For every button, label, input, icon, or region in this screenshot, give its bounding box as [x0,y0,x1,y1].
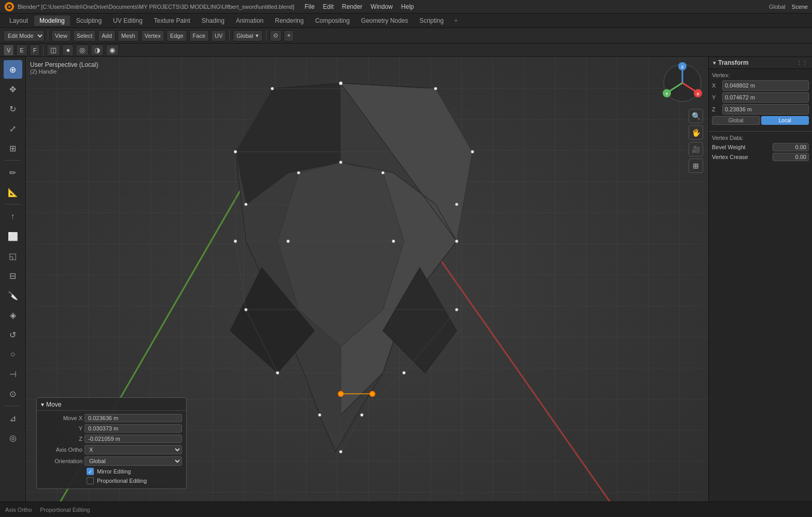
tab-uv-editing[interactable]: UV Editing [108,16,148,26]
move-z-row: Z [37,434,186,444]
snapping-button[interactable]: ⌖ [284,30,294,41]
transform-space-tabs: Global Local [712,116,809,125]
global-tab[interactable]: Global [712,116,760,125]
local-tab[interactable]: Local [761,116,809,125]
main-area: ⊕ ✥ ↻ ⤢ ⊞ ✏ 📐 ↑ ⬜ ◱ ⊟ 🔪 ◈ ↺ ○ ⊣ ⊙ ⊿ ◎ [0,57,812,515]
menu-help[interactable]: Help [397,2,418,11]
mirror-editing-checkbox[interactable]: ✓ [87,468,94,475]
axis-ortho-select[interactable]: X [85,445,182,454]
zoom-in-button[interactable]: 🔍 [689,109,703,123]
move-x-input[interactable] [85,414,182,422]
tab-modeling[interactable]: Modeling [34,16,70,26]
view-menu-button[interactable]: View [51,30,71,41]
vertex-menu-button[interactable]: Vertex [141,30,164,41]
vertex-x-input[interactable] [722,80,809,91]
shear-tool-icon[interactable]: ⊿ [4,409,22,427]
right-panel: ▾ Transform ⋮⋮ Vertex: X Y Z Global Loca… [708,57,812,515]
move-x-row: Move X [37,413,186,423]
zoom-out-button[interactable]: 🖐 [689,125,703,140]
window-title: Blender* [C:\Users\Dmitri\OneDrive\Docum… [18,4,294,10]
select-menu-button[interactable]: Select [73,30,96,41]
wire-view[interactable]: ◎ [76,45,89,56]
extrude-tool-icon[interactable]: ↑ [4,207,22,226]
orientation-select[interactable]: Global [85,456,182,466]
face-select-button[interactable]: F [30,45,40,56]
proportional-editing-checkbox[interactable] [87,477,94,484]
divider-4 [43,45,44,55]
viewport-3d[interactable]: User Perspective (Local) (2) Handle Z X [26,57,708,515]
knife-tool-icon[interactable]: 🔪 [4,286,22,305]
measure-tool-icon[interactable]: 📐 [4,183,22,202]
tab-shading[interactable]: Shading [197,16,230,26]
tab-rendering[interactable]: Rendering [270,16,309,26]
collapse-icon-right[interactable]: ▾ [713,60,716,66]
move-z-input[interactable] [85,435,182,443]
bevel-tool-icon[interactable]: ◱ [4,247,22,265]
transform-orientation-button[interactable]: Global ▼ [233,30,263,41]
divider-1 [48,31,48,41]
render-view[interactable]: ◉ [106,45,119,56]
scale-tool-icon[interactable]: ⤢ [4,119,22,138]
edge-select-button[interactable]: E [16,45,27,56]
vertex-y-label: Y [712,94,720,100]
uv-menu-button[interactable]: UV [211,30,226,41]
add-workspace-button[interactable]: + [450,16,462,26]
mirror-editing-row: ✓ Mirror Editing [37,467,186,476]
transform-orientation-label: Global [236,33,253,39]
ortho-button[interactable]: ⊞ [689,159,703,173]
inset-tool-icon[interactable]: ⬜ [4,227,22,246]
camera-button[interactable]: 🎥 [689,142,703,156]
shrink-tool-icon[interactable]: ⊙ [4,384,22,403]
menu-file[interactable]: File [300,2,318,11]
add-menu-button[interactable]: Add [98,30,116,41]
menu-render[interactable]: Render [338,2,367,11]
transform-tool-icon[interactable]: ⊞ [4,139,22,157]
vertex-y-input[interactable] [722,92,809,103]
move-y-input[interactable] [85,424,182,433]
nav-gizmo-svg: Z X Y [662,62,703,104]
move-x-label: Move X [41,415,82,421]
annotate-tool-icon[interactable]: ✏ [4,163,22,182]
transform-options-button[interactable]: ⋮⋮ [796,60,808,66]
axis-ortho-row: Axis Ortho X [37,444,186,455]
collapse-icon[interactable]: ▾ [41,401,44,408]
move-tool-icon[interactable]: ✥ [4,80,22,98]
loop-cut-tool-icon[interactable]: ⊟ [4,266,22,285]
tab-layout[interactable]: Layout [4,16,33,26]
tab-sculpting[interactable]: Sculpting [71,16,107,26]
mesh-menu-button[interactable]: Mesh [118,30,139,41]
xray-toggle[interactable]: ◫ [47,45,60,56]
mode-selector[interactable]: Edit Mode [3,30,45,41]
to-sphere-tool-icon[interactable]: ◎ [4,428,22,447]
face-menu-button[interactable]: Face [189,30,209,41]
chevron-down-icon: ▼ [255,33,259,38]
proportional-button[interactable]: ⊙ [270,30,282,41]
header-right-icons: Global Scene [769,4,808,10]
spin-tool-icon[interactable]: ↺ [4,325,22,344]
left-sidebar: ⊕ ✥ ↻ ⤢ ⊞ ✏ 📐 ↑ ⬜ ◱ ⊟ 🔪 ◈ ↺ ○ ⊣ ⊙ ⊿ ◎ [0,57,26,515]
axis-ortho-status: Axis Ortho [5,507,32,513]
tab-compositing[interactable]: Compositing [310,16,355,26]
rotate-tool-icon[interactable]: ↻ [4,99,22,118]
scene-label: Global [769,4,786,10]
nav-gizmo[interactable]: Z X Y [662,62,703,104]
menu-window[interactable]: Window [367,2,397,11]
cursor-tool-icon[interactable]: ⊕ [4,60,22,79]
edge-menu-button[interactable]: Edge [166,30,187,41]
mirror-editing-label: Mirror Editing [97,468,131,475]
bevel-weight-input[interactable] [773,143,809,151]
menu-edit[interactable]: Edit [319,2,338,11]
poly-build-tool-icon[interactable]: ◈ [4,306,22,324]
vertex-select-button[interactable]: V [3,45,14,56]
solid-view[interactable]: ● [62,45,74,56]
tab-texture-paint[interactable]: Texture Paint [149,16,195,26]
vertex-z-input[interactable] [722,104,809,114]
material-view[interactable]: ◑ [91,45,104,56]
tab-geometry-nodes[interactable]: Geometry Nodes [356,16,413,26]
tab-animation[interactable]: Animation [231,16,269,26]
tab-scripting[interactable]: Scripting [414,16,449,26]
vertex-data-section: Vertex Data: Bevel Weight Vertex Crease [709,131,812,166]
smooth-tool-icon[interactable]: ○ [4,345,22,364]
vertex-crease-input[interactable] [773,153,809,161]
edge-slide-tool-icon[interactable]: ⊣ [4,365,22,383]
